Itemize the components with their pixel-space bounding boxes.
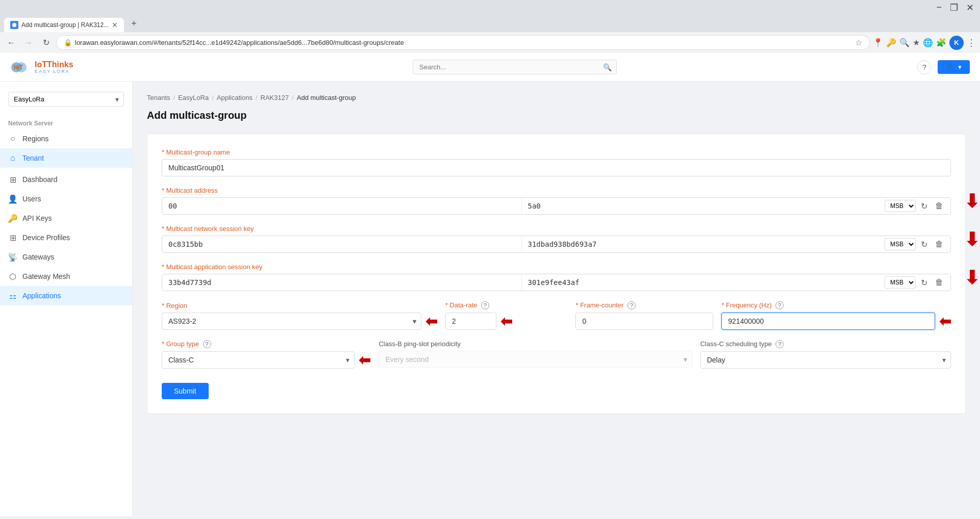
arrow-left-region: ⬅	[425, 313, 437, 330]
multicast-address-seg2[interactable]	[522, 198, 881, 214]
sidebar-item-regions[interactable]: ○ Regions	[0, 129, 132, 148]
region-row: Region AS923-2 EU868 US915 AS923-1 AS923…	[162, 301, 951, 330]
star-icon[interactable]: ☆	[855, 38, 862, 47]
refresh-app-button[interactable]: ↻	[917, 275, 931, 290]
sidebar-item-label: Dashboard	[22, 175, 58, 184]
breadcrumb: Tenants / EasyLoRa / Applications / RAK3…	[147, 94, 966, 101]
region-group: Region AS923-2 EU868 US915 AS923-1 AS923…	[162, 302, 437, 330]
refresh-network-button[interactable]: ↻	[917, 237, 931, 251]
data-rate-label: Data-rate ?	[445, 301, 568, 309]
window-controls[interactable]: − ❐ ✕	[936, 2, 974, 13]
extensions-icon[interactable]: 🧩	[936, 38, 946, 47]
network-key-seg1[interactable]	[162, 236, 522, 252]
search-input[interactable]	[413, 60, 617, 74]
breadcrumb-sep3: /	[256, 94, 258, 101]
multicast-group-name-input[interactable]	[162, 159, 951, 176]
delete-network-button[interactable]: 🗑	[932, 237, 946, 251]
network-key-seg2[interactable]	[522, 236, 881, 252]
forward-button[interactable]: →	[21, 36, 36, 50]
form-card: Multicast-group name Multicast address	[147, 134, 966, 414]
zoom-icon[interactable]: 🔍	[899, 38, 910, 47]
breadcrumb-applications[interactable]: Applications	[217, 94, 253, 101]
bookmark-icon[interactable]: ★	[913, 38, 920, 47]
delete-address-button[interactable]: 🗑	[932, 199, 946, 213]
sidebar-item-gateway-mesh[interactable]: ⬡ Gateway Mesh	[0, 267, 132, 286]
frame-counter-input[interactable]	[575, 313, 713, 330]
network-key-input-row: MSB LSB ↻ 🗑	[162, 236, 951, 253]
user-profile-button[interactable]: K	[949, 36, 964, 50]
arrow-down-app: ⬇	[964, 269, 979, 287]
region-select[interactable]: AS923-2 EU868 US915 AS923-1 AS923-3 AU91…	[162, 313, 421, 330]
breadcrumb-easylora[interactable]: EasyLoRa	[178, 94, 209, 101]
breadcrumb-rak3127[interactable]: RAK3127	[261, 94, 289, 101]
delete-app-button[interactable]: 🗑	[932, 275, 946, 290]
tab-close-icon[interactable]: ✕	[112, 21, 118, 29]
svg-point-0	[12, 23, 16, 27]
gateways-icon: 📡	[8, 252, 17, 262]
sidebar-item-users[interactable]: 👤 Users	[0, 189, 132, 209]
users-icon: 👤	[8, 194, 17, 203]
lock-icon: 🔒	[64, 39, 72, 46]
app-key-seg2[interactable]	[522, 274, 881, 291]
sidebar-item-applications[interactable]: ⚏ Applications	[0, 286, 132, 305]
frame-counter-group: Frame-counter ?	[575, 301, 713, 330]
address-bar[interactable]: 🔒 lorawan.easylorawan.com/#/tenants/52f1…	[56, 35, 870, 50]
multicast-network-key-group: Multicast network session key MSB LSB ↻	[162, 225, 951, 253]
maximize-button[interactable]: ❐	[950, 2, 958, 13]
multicast-address-label: Multicast address	[162, 187, 951, 194]
ping-slot-group: Class-B ping-slot periodicity Every seco…	[379, 340, 692, 369]
sidebar: EasyLoRa Network Server ○ Regions ⌂ Tena…	[0, 82, 133, 516]
submit-button[interactable]: Submit	[162, 383, 209, 399]
data-rate-input[interactable]	[445, 313, 496, 330]
msb-select-network[interactable]: MSB LSB	[885, 238, 916, 250]
help-button[interactable]: ?	[917, 60, 932, 74]
breadcrumb-tenants[interactable]: Tenants	[147, 94, 170, 101]
refresh-button[interactable]: ↻	[39, 36, 53, 50]
scheduling-type-label: Class-C scheduling type ?	[700, 340, 951, 348]
menu-button[interactable]: ⋮	[967, 37, 976, 48]
group-type-select[interactable]: Class-B Class-C	[162, 351, 355, 369]
frequency-label: Frequency (Hz) ?	[721, 301, 951, 309]
gateway-mesh-icon: ⬡	[8, 272, 17, 281]
multicast-address-input-row: MSB LSB ↻ 🗑	[162, 197, 951, 215]
password-icon[interactable]: 🔑	[886, 38, 896, 47]
scheduling-info-icon: ?	[775, 340, 784, 348]
dashboard-icon: ⊞	[8, 175, 17, 184]
msb-select-wrap: MSB LSB	[885, 200, 916, 212]
sidebar-item-dashboard[interactable]: ⊞ Dashboard	[0, 170, 132, 189]
new-tab-button[interactable]: +	[125, 15, 143, 32]
browser-tab[interactable]: Add multicast-group | RAK312... ✕	[4, 18, 124, 32]
sidebar-item-label: Users	[22, 195, 41, 203]
multicast-app-key-group: Multicast application session key MSB LS…	[162, 263, 951, 291]
arrow-left-data-rate: ⬅	[500, 313, 512, 330]
sidebar-item-gateways[interactable]: 📡 Gateways	[0, 247, 132, 267]
minimize-button[interactable]: −	[936, 2, 942, 13]
multicast-address-seg1[interactable]	[162, 198, 522, 214]
logo-icon: IoT	[10, 58, 31, 76]
app-key-seg1[interactable]	[162, 274, 522, 291]
sidebar-item-api-keys[interactable]: 🔑 API Keys	[0, 209, 132, 228]
frequency-input[interactable]	[721, 313, 935, 330]
user-chevron-icon: ▾	[958, 63, 962, 71]
sidebar-item-label: Gateway Mesh	[22, 272, 70, 280]
back-button[interactable]: ←	[4, 36, 18, 50]
close-button[interactable]: ✕	[966, 2, 974, 13]
sidebar-item-tenant[interactable]: ⌂ Tenant	[0, 148, 132, 168]
msb-select-address[interactable]: MSB LSB	[885, 200, 916, 212]
refresh-address-button[interactable]: ↻	[917, 199, 931, 213]
location-icon[interactable]: 📍	[873, 38, 883, 47]
group-type-row: Group type ? Class-B Class-C ▾	[162, 340, 951, 369]
group-type-group: Group type ? Class-B Class-C ▾	[162, 340, 370, 369]
sidebar-item-device-profiles[interactable]: ⊞ Device Profiles	[0, 228, 132, 247]
multicast-group-name-label: Multicast-group name	[162, 148, 951, 156]
tenant-dropdown[interactable]: EasyLoRa	[8, 92, 124, 107]
tenant-select-area: EasyLoRa	[0, 88, 132, 111]
msb-select-app[interactable]: MSB LSB	[885, 276, 916, 289]
applications-icon: ⚏	[8, 291, 17, 300]
ping-slot-select[interactable]: Every second	[379, 351, 692, 368]
user-button[interactable]: 👤 ▾	[938, 60, 970, 74]
globe-icon[interactable]: 🌐	[923, 38, 933, 47]
breadcrumb-current: Add multicast-group	[297, 94, 356, 101]
scheduling-type-select[interactable]: Delay GPS-time	[700, 351, 951, 369]
search-icon: 🔍	[603, 63, 612, 71]
